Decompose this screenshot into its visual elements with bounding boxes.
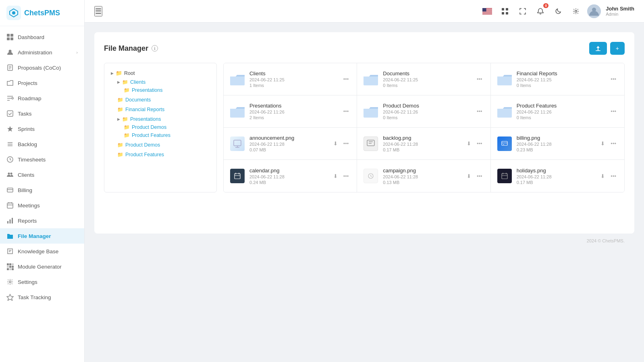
user-name: John Smith <box>606 6 634 12</box>
download-billing[interactable]: ⬇ <box>599 140 607 147</box>
fm-cell-actions-calendar: ⬇ ••• <box>332 172 351 180</box>
tree-folder-product-features: 📁 <box>124 132 130 138</box>
download-announcement[interactable]: ⬇ <box>332 140 339 147</box>
sidebar-item-module-generator[interactable]: Module Generator <box>0 259 84 274</box>
tree-item-root[interactable]: ▶ 📁 Root <box>109 69 212 77</box>
svg-rect-27 <box>12 218 13 223</box>
more-options-billing[interactable]: ••• <box>609 140 618 147</box>
sidebar-item-administration[interactable]: Administration › <box>0 45 84 60</box>
sidebar-item-sprints[interactable]: Sprints <box>0 121 84 137</box>
more-options-announcement[interactable]: ••• <box>342 140 351 147</box>
sidebar-item-billing[interactable]: Billing <box>0 182 84 198</box>
page-title: File Manager <box>104 44 148 53</box>
notifications-button[interactable]: 0 <box>534 5 547 18</box>
tree-item-financial[interactable]: 📁 Financial Reports <box>116 105 212 114</box>
file-cell-financial: Financial Reports 2024-06-22 11:25 0 Ite… <box>491 63 624 95</box>
more-options-holidays[interactable]: ••• <box>609 172 618 180</box>
sidebar-item-label: Roadmap <box>18 95 42 101</box>
sidebar-item-settings[interactable]: Settings <box>0 274 84 290</box>
download-backlog[interactable]: ⬇ <box>465 140 473 147</box>
fm-cell-name-documents: Documents <box>383 70 470 77</box>
svg-rect-49 <box>502 8 504 10</box>
sidebar-item-projects[interactable]: Projects <box>0 75 84 91</box>
tree-item-product-demos-root[interactable]: 📁 Product Demos <box>116 141 212 149</box>
apps-grid-button[interactable] <box>499 5 511 18</box>
svg-rect-26 <box>10 219 11 223</box>
tree-item-product-features-root[interactable]: 📁 Product Features <box>116 151 212 159</box>
add-button[interactable]: + <box>610 42 625 55</box>
dark-mode-button[interactable] <box>552 5 565 18</box>
fm-cell-actions-announcement: ⬇ ••• <box>332 140 351 147</box>
sidebar-item-backlog[interactable]: Backlog <box>0 137 84 152</box>
tree-item-clients[interactable]: ▶ 📁 Clients <box>116 78 212 86</box>
sidebar-item-roadmap[interactable]: Roadmap <box>0 91 84 106</box>
app-logo[interactable]: ChetsPMS <box>0 0 84 26</box>
tree-item-presentations[interactable]: ▶ 📁 Presentations <box>116 115 212 123</box>
fm-cell-actions-presentations: ••• <box>342 108 351 115</box>
fm-cell-count-documents: 0 Items <box>383 83 470 88</box>
more-options-calendar[interactable]: ••• <box>342 172 351 180</box>
sidebar-item-label: Timesheets <box>18 157 46 163</box>
file-cell-announcement: announcement.png 2024-06-22 11:28 0.07 M… <box>224 128 357 160</box>
more-options-product-features[interactable]: ••• <box>609 108 618 115</box>
sidebar-item-meetings[interactable]: Meetings <box>0 198 84 213</box>
info-icon[interactable]: ℹ <box>152 45 158 52</box>
more-options-campaign[interactable]: ••• <box>475 172 484 180</box>
sidebar-item-knowledge-base[interactable]: Knowledge Base <box>0 244 84 259</box>
tree-item-documents[interactable]: 📁 Documents <box>116 96 212 104</box>
sidebar-item-file-manager[interactable]: File Manager <box>0 228 84 244</box>
flag-icon-button[interactable] <box>481 5 494 18</box>
fullscreen-button[interactable] <box>516 5 529 18</box>
sidebar-item-task-tracking[interactable]: Task Tracking <box>0 290 84 305</box>
more-options-documents[interactable]: ••• <box>475 75 484 83</box>
sidebar-item-label: Dashboard <box>18 34 44 40</box>
download-campaign[interactable]: ⬇ <box>465 172 473 180</box>
avatar[interactable] <box>587 4 601 18</box>
more-options-presentations[interactable]: ••• <box>342 108 351 115</box>
tree-label-product-demos-root: Product Demos <box>125 142 160 148</box>
more-options-backlog[interactable]: ••• <box>475 140 484 147</box>
more-options-financial[interactable]: ••• <box>609 75 618 83</box>
sidebar-item-label: Backlog <box>18 141 37 147</box>
fm-layout: ▶ 📁 Root ▶ 📁 Clients <box>104 63 625 192</box>
sidebar-item-clients[interactable]: Clients <box>0 167 84 182</box>
main-content: ☰ <box>85 0 644 362</box>
folder-icon-product-features <box>497 104 512 119</box>
tree-item-product-features[interactable]: 📁 Product Features <box>122 131 212 139</box>
fm-cell-name-billing: billing.png <box>517 135 594 141</box>
hamburger-button[interactable]: ☰ <box>94 6 102 17</box>
tree-folder-clients: 📁 <box>122 79 128 85</box>
fm-cell-count-financial: 0 Items <box>517 83 605 88</box>
sidebar-item-label: Tasks <box>18 111 32 117</box>
file-thumb-backlog <box>364 137 378 151</box>
tree-item-product-demos[interactable]: 📁 Product Demos <box>122 123 212 131</box>
tree-children-presentations: 📁 Product Demos 📁 Product Features <box>122 123 212 139</box>
svg-rect-2 <box>7 34 10 37</box>
notification-badge: 0 <box>543 3 548 8</box>
tree-folder-presentations-sub: 📁 <box>124 87 130 93</box>
user-info[interactable]: John Smith Admin <box>606 6 634 17</box>
settings-button[interactable] <box>569 5 582 18</box>
file-manager-card: File Manager ℹ + ▶ 📁 <box>94 32 634 234</box>
tree-children-clients: 📁 Presentations <box>122 86 212 94</box>
more-options-clients[interactable]: ••• <box>342 75 351 83</box>
tree-item-presentations-sub[interactable]: 📁 Presentations <box>122 86 212 94</box>
download-holidays[interactable]: ⬇ <box>599 172 607 180</box>
sidebar-item-reports[interactable]: Reports <box>0 213 84 228</box>
folder-icon-clients <box>230 72 245 87</box>
sidebar-item-timesheets[interactable]: Timesheets <box>0 152 84 167</box>
sidebar-item-dashboard[interactable]: Dashboard <box>0 29 84 45</box>
fm-cell-info-holidays: holidays.png 2024-06-22 11:28 0.17 MB <box>517 168 594 185</box>
svg-rect-66 <box>235 174 240 179</box>
fm-cell-actions-product-demos: ••• <box>475 108 484 115</box>
us-flag-icon <box>482 8 492 14</box>
sidebar-item-tasks[interactable]: Tasks <box>0 106 84 121</box>
sidebar-item-proposals[interactable]: Proposals (CoCo) <box>0 60 84 75</box>
fm-cell-name-calendar: calendar.png <box>249 168 327 174</box>
tree-arrow-clients: ▶ <box>117 80 120 84</box>
upload-button[interactable] <box>589 42 607 55</box>
tree-node-product-features-root: 📁 Product Features <box>116 150 212 159</box>
more-options-product-demos[interactable]: ••• <box>475 108 484 115</box>
file-thumb-announcement <box>230 137 245 151</box>
download-calendar[interactable]: ⬇ <box>332 172 339 180</box>
